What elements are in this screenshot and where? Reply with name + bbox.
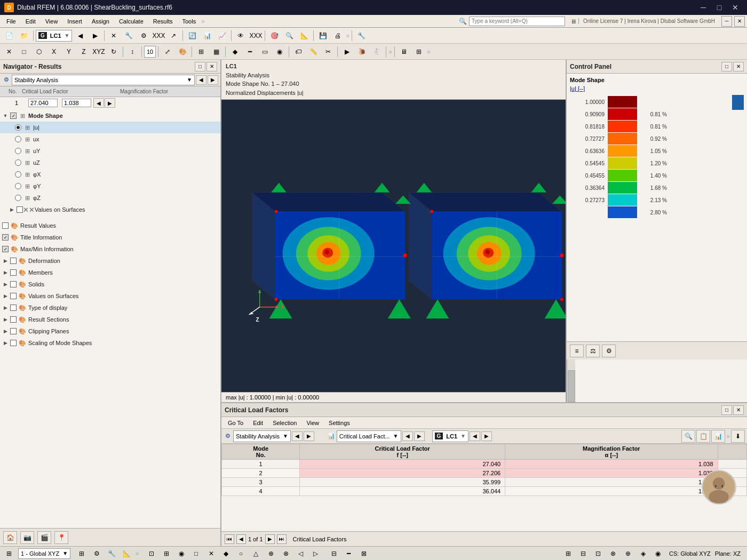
tb2-node[interactable]: ◆ [228,45,242,58]
maximize-button[interactable]: □ [712,0,727,15]
nav-bottom-1[interactable]: 🏠 [3,531,17,544]
status-icon-1[interactable]: ⊞ [2,547,16,560]
tb-btn-5[interactable]: ↗ [166,29,180,42]
status-btn-2[interactable]: ⚙ [90,547,104,560]
cp-checkbox[interactable] [10,328,17,334]
sol-checkbox[interactable] [10,281,17,287]
tb-btn-4[interactable]: XXX [152,29,165,42]
tb2-right-1[interactable]: 🖥 [397,45,411,58]
uz-radio[interactable] [15,159,21,166]
search-input[interactable] [469,17,565,26]
phiy-radio[interactable] [15,183,21,189]
nav-uy[interactable]: ⊞ uY [0,145,220,157]
table-row[interactable]: 1 27.040 1.038 [222,460,747,469]
clf-next[interactable]: ▶ [304,431,314,441]
tb-btn-12[interactable]: 🔍 [282,29,296,42]
status-tb4-7[interactable]: ◉ [651,547,665,560]
status-tb3-1[interactable]: ⊟ [327,547,341,560]
nav-phiz[interactable]: ⊞ φZ [0,192,220,204]
nav-phix[interactable]: ⊞ φX [0,169,220,180]
vs2-expand[interactable]: ▶ [2,293,9,299]
tb2-x[interactable]: X [47,45,61,58]
nav-deformation[interactable]: ▶ 🎨 Deformation [0,255,220,267]
status-tb2-9[interactable]: ⊕ [264,547,278,560]
cp-value-label[interactable]: |u| [--] [570,85,744,92]
nav-bottom-3[interactable]: 🎬 [37,531,51,544]
tb-btn-11[interactable]: 🎯 [267,29,281,42]
menu-calculate[interactable]: Calculate [115,17,148,26]
license-minimize[interactable]: ─ [721,16,732,27]
vs-checkbox[interactable] [17,206,23,213]
clf-table-next[interactable]: ▶ [414,431,425,441]
clf-menu-settings[interactable]: Settings [324,419,354,427]
clf-menu-view[interactable]: View [302,419,323,427]
row-next[interactable]: ▶ [105,98,115,108]
cp-expand[interactable]: ▶ [2,328,9,334]
clf-next-page[interactable]: ▶ [265,534,275,544]
license-close[interactable]: ✕ [734,16,745,27]
nav-float-button[interactable]: □ [195,62,205,71]
mf-input[interactable] [62,99,91,107]
tb2-render[interactable]: 🎨 [176,45,189,58]
clf-prev-page[interactable]: ◀ [236,534,246,544]
status-tb4-3[interactable]: ⊡ [591,547,605,560]
status-tb2-10[interactable]: ⊗ [279,547,293,560]
clf-menu-edit[interactable]: Edit [249,419,267,427]
uy-radio[interactable] [15,148,21,154]
status-tb2-6[interactable]: ◆ [219,547,233,560]
tb2-grid[interactable]: ⊞ [194,45,208,58]
status-tb4-6[interactable]: ◈ [636,547,650,560]
tb-btn-10[interactable]: XXX [249,29,263,42]
tb-btn-15[interactable]: 🖨 [331,29,345,42]
status-tb2-5[interactable]: ✕ [204,547,218,560]
mem-expand[interactable]: ▶ [2,269,9,276]
expand-icon[interactable]: ▼ [2,113,9,119]
open-button[interactable]: 📁 [17,29,31,42]
menu-edit[interactable]: Edit [21,17,40,26]
td-checkbox[interactable] [10,305,17,311]
nav-result-sections[interactable]: ▶ 🎨 Result Sections [0,314,220,325]
clf-tb-2[interactable]: 📋 [696,430,710,443]
clf-input[interactable] [28,99,58,107]
table-row[interactable]: 3 35.999 1.029 [222,478,747,487]
table-row[interactable]: 2 27.206 1.038 [222,469,747,478]
tb2-right-2[interactable]: ⊞ [412,45,426,58]
menu-assign[interactable]: Assign [88,17,114,26]
sc-checkbox[interactable] [10,340,17,346]
tb2-rotate[interactable]: ↻ [107,45,121,58]
tb-btn-9[interactable]: 👁 [234,29,248,42]
tb2-solid[interactable]: ◉ [273,45,287,58]
status-tb2-1[interactable]: ⊡ [145,547,158,560]
status-tb2-2[interactable]: ⊞ [160,547,173,560]
tb-btn-3[interactable]: ⚙ [137,29,150,42]
tb2-animate[interactable]: ▶ [340,45,354,58]
tb2-section[interactable]: ✂ [321,45,335,58]
status-tb2-12[interactable]: ▷ [309,547,323,560]
tb-btn-2[interactable]: 🔧 [122,29,136,42]
coord-system-selector[interactable]: 1 - Global XYZ ▼ [18,548,70,559]
sol-expand[interactable]: ▶ [2,281,9,287]
clf-analysis-dropdown[interactable]: Stability Analysis ▼ [233,430,291,442]
td-expand[interactable]: ▶ [2,305,9,311]
row-prev[interactable]: ◀ [93,98,104,108]
tb-btn-right[interactable]: 🔧 [354,29,368,42]
close-button[interactable]: ✕ [728,0,743,15]
clf-menu-selection[interactable]: Selection [268,419,301,427]
tb2-slow[interactable]: 🐌 [355,45,369,58]
clf-close[interactable]: ✕ [733,405,744,415]
nav-solids[interactable]: ▶ 🎨 Solids [0,278,220,290]
clf-last[interactable]: ⏭ [277,534,287,544]
nav-scaling[interactable]: ▶ 🎨 Scaling of Mode Shapes [0,337,220,349]
tb2-dim[interactable]: 📏 [306,45,320,58]
u-abs-radio[interactable] [15,124,21,131]
nav-values-surfaces2[interactable]: ▶ 🎨 Values on Surfaces [0,290,220,302]
tb2-xyz[interactable]: XYZ [92,45,106,58]
nav-next[interactable]: ▶ [208,75,218,85]
menu-results[interactable]: Results [149,17,177,26]
status-tb4-1[interactable]: ⊞ [561,547,575,560]
nav-title-info[interactable]: ✓ 🎨 Title Information [0,231,220,243]
phix-radio[interactable] [15,171,21,178]
ux-radio[interactable] [15,136,21,142]
nav-mode-shape-group[interactable]: ▼ ✓ ⊞ Mode Shape [0,110,220,122]
nav-prev[interactable]: ◀ [196,75,206,85]
